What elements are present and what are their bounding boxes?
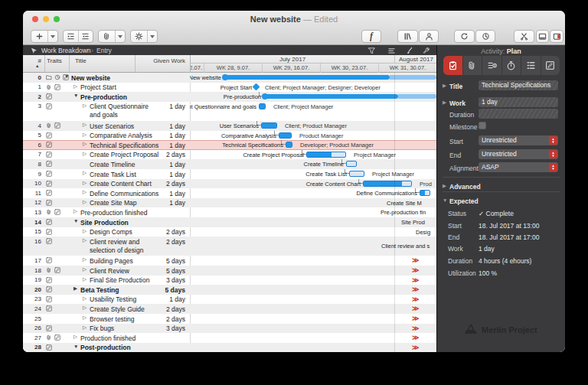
disclosure-triangle[interactable]: ▼ (74, 93, 78, 98)
pencil-trait-icon[interactable] (46, 132, 52, 139)
disclosure-triangle[interactable]: ▷ (83, 103, 87, 109)
inspector-tab-time[interactable] (502, 56, 522, 75)
gantt-bar[interactable] (349, 171, 364, 177)
library-button[interactable] (397, 30, 418, 43)
cut-style-button[interactable] (514, 30, 534, 43)
table-row[interactable]: 17▷Building Pages5 days≫ (23, 256, 436, 266)
pencil-trait-icon[interactable] (46, 238, 52, 244)
disclosure-icon[interactable]: ▶ (443, 83, 446, 89)
disclosure-triangle[interactable]: ▷ (74, 208, 77, 214)
inspector-tab-resources[interactable] (482, 56, 502, 75)
end-dropdown[interactable]: Unrestricted ▲▼ (479, 149, 558, 159)
gantt-bar[interactable] (279, 132, 292, 139)
pencil-trait-icon[interactable] (46, 257, 52, 263)
pencil-trait-icon[interactable] (46, 142, 52, 148)
table-row[interactable]: 20▶Beta Testing5 days≫ (23, 285, 436, 295)
table-row[interactable]: 13▷Pre-production finishedPre-production… (23, 207, 436, 217)
overflow-indicator[interactable]: ≫ (412, 325, 418, 332)
filter-icon[interactable] (368, 47, 376, 55)
pencil-trait-icon[interactable] (54, 209, 60, 215)
column-given-work[interactable]: Given Work (138, 57, 185, 64)
clock-trait-icon[interactable] (54, 74, 60, 80)
indent-outdent-group[interactable] (63, 30, 93, 43)
disclosure-triangle[interactable]: ▷ (83, 276, 87, 282)
table-row[interactable]: 7▷Create Project Proposal2 daysCreate Pr… (23, 150, 436, 160)
table-row[interactable]: 6▷Technical Specifications1 dayTechnical… (23, 140, 436, 150)
paperclip-trait-icon[interactable] (46, 267, 52, 273)
overflow-indicator[interactable]: ≫ (412, 334, 418, 341)
overflow-indicator[interactable]: ≫ (412, 285, 418, 293)
milestone-diamond[interactable] (253, 83, 260, 91)
pencil-trait-icon[interactable] (46, 286, 52, 292)
start-dropdown[interactable]: Unrestricted ▲▼ (479, 135, 558, 145)
table-row[interactable]: 26▷Fix bugs3 days≫ (23, 324, 436, 334)
pencil-trait-icon[interactable] (46, 190, 52, 196)
disclosure-triangle[interactable]: ▷ (83, 180, 87, 186)
attach-button[interactable] (98, 30, 126, 43)
alignment-dropdown[interactable]: ASAP ▲▼ (479, 162, 558, 172)
expected-section[interactable]: ▼Expected (437, 195, 565, 207)
align-icon[interactable] (387, 47, 396, 55)
pencil-trait-icon[interactable] (46, 277, 52, 283)
folder-trait-icon[interactable] (46, 74, 52, 80)
breadcrumb-view[interactable]: Work Breakdown (41, 47, 91, 54)
pencil-trait-icon[interactable] (54, 334, 60, 341)
disclosure-triangle[interactable]: ▶ (74, 285, 77, 292)
table-row[interactable]: 3▷Client Questionnaire and goals1 dayCli… (23, 102, 436, 121)
work-input[interactable]: 1 day (479, 97, 558, 107)
disclosure-triangle[interactable]: ▷ (83, 266, 87, 272)
overflow-indicator[interactable]: ≫ (412, 305, 418, 312)
gantt-bar[interactable] (363, 181, 412, 187)
table-row[interactable]: 18▷Client Review5 days≫ (23, 266, 436, 276)
disclosure-triangle[interactable]: ▷ (83, 305, 87, 311)
activity-button[interactable] (475, 30, 495, 43)
add-button[interactable] (31, 30, 58, 43)
inspector-tab-notes[interactable] (541, 56, 560, 75)
pencil-trait-icon[interactable] (46, 305, 52, 312)
overflow-indicator[interactable]: ≫ (412, 315, 418, 322)
column-title[interactable]: Title (75, 57, 87, 64)
disclosure-triangle[interactable]: ▷ (83, 170, 87, 176)
paperclip-trait-icon[interactable] (46, 122, 52, 129)
disclosure-triangle[interactable]: ▷ (83, 228, 87, 234)
duration-input[interactable] (479, 109, 558, 119)
disclosure-triangle[interactable]: ▷ (83, 199, 87, 205)
wrench-icon[interactable] (422, 47, 430, 55)
overflow-indicator[interactable]: ≫ (412, 295, 418, 303)
table-row[interactable]: 28▼Post-production≫ (23, 343, 436, 352)
table-row[interactable]: 9▷Create Task List1 dayCreate Task ListP… (23, 169, 436, 179)
disclosure-triangle[interactable]: ▼ (74, 344, 78, 349)
table-row[interactable]: 4▷User Scenarios1 dayUser ScenariosClien… (23, 121, 436, 131)
gantt-bar[interactable] (346, 161, 357, 167)
disclosure-triangle[interactable]: ▷ (83, 189, 87, 195)
brush-icon[interactable] (405, 47, 413, 55)
pencil-trait-icon[interactable] (46, 325, 52, 331)
pencil-trait-icon[interactable] (54, 84, 60, 90)
table-row[interactable]: 5▷Comparative Analysis1 dayComparative A… (23, 131, 436, 141)
disclosure-triangle[interactable]: ▼ (64, 73, 69, 79)
gantt-bar[interactable] (286, 142, 292, 148)
disclosure-triangle[interactable]: ▷ (74, 334, 77, 340)
table-row[interactable]: 12▷Create Site Map1 dayCreate Site M (23, 198, 436, 208)
table-row[interactable]: 24▷Create Style Guide2 days≫ (23, 304, 436, 314)
table-row[interactable]: 1▷Project StartProject StartClient; Proj… (23, 83, 436, 93)
gantt-bar[interactable] (420, 190, 430, 196)
column-traits[interactable]: Traits (47, 57, 62, 64)
pencil-trait-icon[interactable] (46, 296, 52, 302)
disclosure-triangle[interactable]: ▷ (74, 83, 77, 90)
summary-bar[interactable] (263, 94, 398, 99)
table-row[interactable]: 14▼Site ProductionSite Prod (23, 217, 436, 227)
pencil-trait-icon[interactable] (46, 344, 52, 351)
gantt-bar[interactable] (306, 152, 346, 158)
paperclip-trait-icon[interactable] (46, 334, 52, 341)
disclosure-triangle[interactable]: ▷ (83, 237, 87, 243)
table-row[interactable]: 0▼New websiteNew website (23, 73, 436, 83)
table-row[interactable]: 15▷Design Comps2 daysDesig (23, 227, 436, 237)
table-row[interactable]: 11▷Define Communications1 dayDefine Comm… (23, 188, 436, 198)
disclosure-triangle[interactable]: ▷ (83, 151, 87, 157)
disclosure-triangle[interactable]: ▷ (83, 315, 87, 321)
table-row[interactable]: 19▷Final Site Production3 days≫ (23, 276, 436, 285)
gantt-bar[interactable] (261, 122, 277, 129)
disclosure-triangle[interactable]: ▷ (83, 132, 87, 138)
toggle-inspector-button[interactable] (550, 30, 564, 43)
